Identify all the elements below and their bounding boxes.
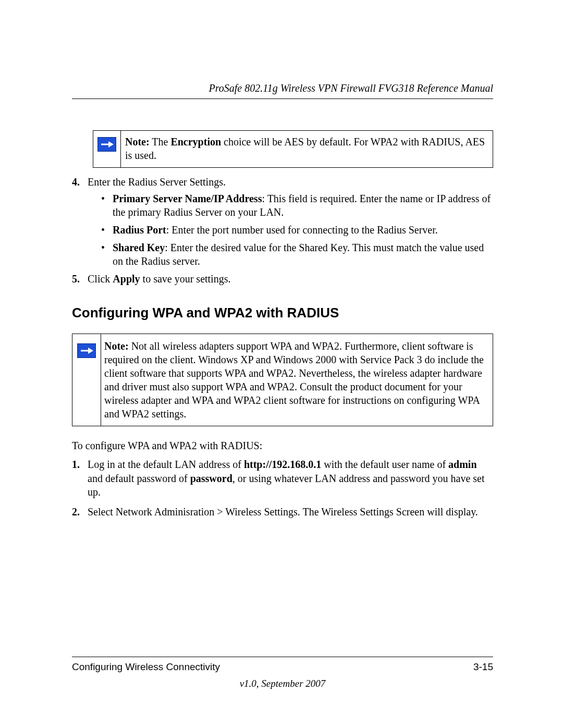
bullet-primary-server: Primary Server Name/IP Address: This fie… (101, 192, 493, 219)
footer-left: Configuring Wireless Connectivity (72, 661, 220, 673)
config-steps: Log in at the default LAN address of htt… (72, 458, 493, 519)
bullet-radius-port: Radius Port: Enter the port number used … (101, 223, 493, 237)
section-heading: Configuring WPA and WPA2 with RADIUS (72, 305, 493, 321)
note-bold: Encryption (170, 136, 221, 147)
svg-marker-3 (88, 348, 93, 354)
bullet-rest: : Enter the port number used for connect… (166, 224, 438, 236)
step-5-after: to save your settings. (140, 273, 231, 285)
note-body: Note: The Encryption choice will be AES … (121, 131, 493, 167)
bullet-shared-key: Shared Key: Enter the desired value for … (101, 241, 493, 268)
bullet-bold: Shared Key (113, 242, 165, 253)
note-text: Not all wireless adapters support WPA an… (104, 340, 484, 419)
note-label: Note: (125, 136, 150, 147)
note-body: Note: Not all wireless adapters support … (101, 334, 493, 426)
footer-row: Configuring Wireless Connectivity 3-15 (72, 661, 493, 673)
footer-rule (72, 657, 493, 657)
note-box-encryption: Note: The Encryption choice will be AES … (93, 130, 493, 168)
t3: and default password of (88, 473, 190, 484)
b1: http://192.168.0.1 (244, 459, 321, 470)
note-text-before: The (150, 136, 171, 147)
config-step-1: Log in at the default LAN address of htt… (72, 458, 493, 499)
t2: with the default user name of (321, 459, 448, 470)
page: ProSafe 802.11g Wireless VPN Firewall FV… (0, 0, 563, 728)
config-intro: To configure WPA and WPA2 with RADIUS: (72, 439, 493, 452)
bullet-rest: : Enter the desired value for the Shared… (113, 242, 484, 267)
page-header: ProSafe 802.11g Wireless VPN Firewall FV… (72, 82, 493, 99)
footer-page-number: 3-15 (473, 661, 493, 673)
bullet-bold: Radius Port (113, 224, 166, 236)
steps-continued: Enter the Radius Server Settings. Primar… (72, 175, 493, 286)
arrow-right-icon (77, 343, 96, 358)
b2: admin (448, 459, 476, 470)
step-5-before: Click (88, 273, 113, 285)
t1: Log in at the default LAN address of (88, 459, 244, 470)
note-label: Note: (104, 340, 129, 352)
step-4-bullets: Primary Server Name/IP Address: This fie… (101, 192, 493, 268)
arrow-right-icon (97, 137, 116, 152)
footer-version: v1.0, September 2007 (72, 678, 493, 689)
bullet-bold: Primary Server Name/IP Address (113, 193, 262, 204)
config-step-2: Select Network Adminisration > Wireless … (72, 505, 493, 519)
step-5: Click Apply to save your settings. (72, 272, 493, 286)
note-icon-cell (93, 131, 121, 167)
svg-marker-1 (108, 141, 114, 147)
page-footer: Configuring Wireless Connectivity 3-15 v… (72, 657, 493, 689)
note-box-wpa-support: Note: Not all wireless adapters support … (72, 334, 493, 426)
step-5-bold: Apply (113, 273, 140, 285)
step-4: Enter the Radius Server Settings. Primar… (72, 175, 493, 268)
note-icon-cell (72, 334, 101, 426)
b3: password (190, 473, 232, 484)
step-4-intro: Enter the Radius Server Settings. (88, 176, 226, 188)
